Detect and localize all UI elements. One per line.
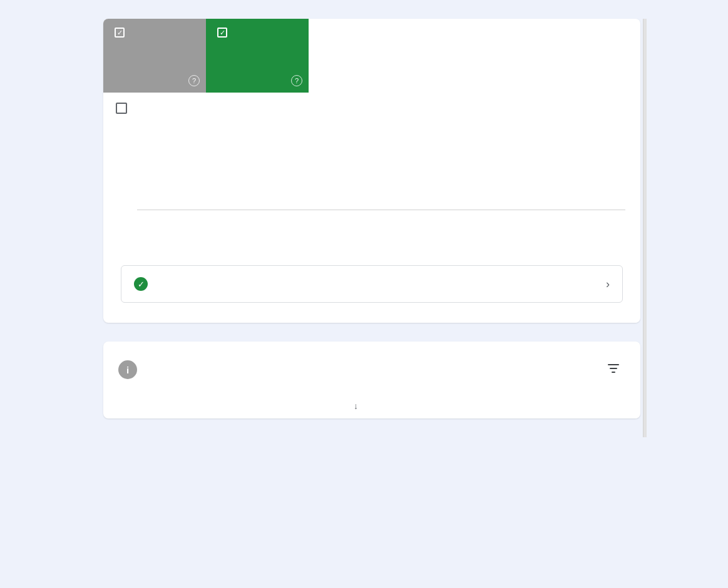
chart-markers <box>137 211 625 223</box>
info-icon: i <box>118 360 137 379</box>
scrollbar-edge[interactable] <box>643 19 647 437</box>
reasons-table: ↓ <box>103 391 640 417</box>
filter-icon[interactable] <box>604 359 623 380</box>
view-indexed-link[interactable]: ✓ › <box>121 265 623 303</box>
help-icon[interactable]: ? <box>291 75 302 86</box>
help-icon[interactable]: ? <box>188 75 200 86</box>
video-index-card: ✓ ? ✓ ? <box>103 19 640 323</box>
impressions-checkbox[interactable] <box>116 103 127 114</box>
sort-down-icon: ↓ <box>354 401 358 411</box>
th-validation[interactable]: ↓ <box>350 401 469 411</box>
video-pages-chart <box>103 123 640 248</box>
x-axis <box>137 228 625 240</box>
chevron-right-icon: › <box>606 278 610 291</box>
y-axis <box>115 123 137 210</box>
check-circle-icon: ✓ <box>134 277 148 291</box>
tab-video-indexed[interactable]: ✓ ? <box>206 19 309 93</box>
chart-bars <box>137 123 625 210</box>
reasons-card: i ↓ <box>103 342 640 418</box>
checkbox-checked-icon: ✓ <box>115 28 125 38</box>
tab-no-video-indexed[interactable]: ✓ ? <box>103 19 206 93</box>
checkbox-checked-icon: ✓ <box>217 28 227 38</box>
